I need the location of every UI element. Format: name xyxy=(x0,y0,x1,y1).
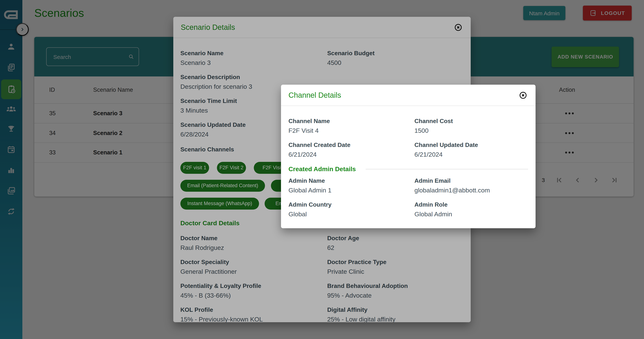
close-icon xyxy=(519,91,527,99)
admin-role-field: Admin Role Global Admin xyxy=(414,201,528,225)
created-admin-details-heading: Created Admin Details xyxy=(288,165,356,173)
field-value: globaladmin1@abbott.com xyxy=(414,187,528,194)
field-value: 6/21/2024 xyxy=(288,151,414,159)
field-label: Admin Role xyxy=(414,201,528,208)
channel-modal-title: Channel Details xyxy=(288,91,518,99)
app-viewport: Scenarios Ntam Admin LOGOUT ADD NEW SCEN… xyxy=(0,0,644,339)
field-value: 1500 xyxy=(414,127,528,135)
channel-updated-date-field: Channel Updated Date 6/21/2024 xyxy=(414,142,528,166)
field-label: Admin Name xyxy=(288,178,414,184)
field-value: Global Admin 1 xyxy=(288,187,414,194)
field-label: Channel Name xyxy=(288,118,414,125)
section-divider xyxy=(366,169,528,169)
field-label: Admin Email xyxy=(414,178,528,184)
field-label: Channel Updated Date xyxy=(414,142,528,148)
field-label: Channel Cost xyxy=(414,118,528,125)
field-value: Global xyxy=(288,211,414,218)
admin-email-field: Admin Email globaladmin1@abbott.com xyxy=(414,178,528,201)
field-value: 6/21/2024 xyxy=(414,151,528,159)
channel-cost-field: Channel Cost 1500 xyxy=(414,118,528,142)
field-value: Global Admin xyxy=(414,211,528,218)
modal-backdrop[interactable]: Channel Details Channel Name F2F Visit 4… xyxy=(0,0,644,339)
admin-name-field: Admin Name Global Admin 1 xyxy=(288,178,414,201)
field-label: Channel Created Date xyxy=(288,142,414,148)
field-label: Admin Country xyxy=(288,201,414,208)
channel-created-date-field: Channel Created Date 6/21/2024 xyxy=(288,142,414,166)
field-value: F2F Visit 4 xyxy=(288,127,414,135)
channel-name-field: Channel Name F2F Visit 4 xyxy=(288,118,414,142)
close-channel-modal-button[interactable] xyxy=(518,90,528,100)
channel-modal-header: Channel Details xyxy=(281,85,536,106)
admin-country-field: Admin Country Global xyxy=(288,201,414,225)
channel-details-modal: Channel Details Channel Name F2F Visit 4… xyxy=(281,85,536,228)
